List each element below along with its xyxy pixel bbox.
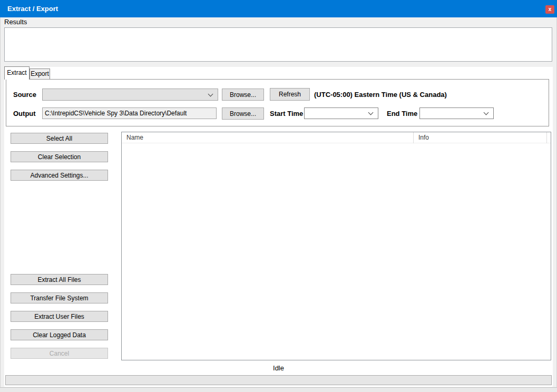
start-time-label: Start Time	[270, 110, 303, 117]
extract-export-dialog: Extract / Export x Results Extract Expor…	[0, 0, 557, 392]
column-header-name[interactable]: Name	[122, 132, 413, 143]
advanced-settings-button[interactable]: Advanced Settings...	[11, 170, 108, 181]
status-text: Idle	[4, 364, 553, 372]
progress-bar	[5, 375, 552, 385]
output-label: Output	[13, 110, 36, 117]
results-output[interactable]	[4, 27, 552, 62]
source-select[interactable]	[42, 89, 218, 101]
end-time-select[interactable]	[419, 107, 494, 119]
transfer-file-system-button[interactable]: Transfer File System	[11, 292, 108, 303]
column-header-info[interactable]: Info	[413, 132, 547, 143]
select-all-button[interactable]: Select All	[11, 133, 108, 144]
source-label: Source	[13, 91, 36, 99]
timezone-label: (UTC-05:00) Eastern Time (US & Canada)	[314, 91, 447, 99]
results-label: Results	[4, 18, 27, 26]
extract-user-files-button[interactable]: Extract User Files	[11, 311, 108, 322]
file-list[interactable]: Name Info	[121, 132, 551, 360]
window-title: Extract / Export	[7, 0, 58, 17]
file-list-header: Name Info	[122, 132, 551, 143]
close-button[interactable]: x	[545, 5, 554, 14]
cancel-button: Cancel	[11, 348, 108, 359]
titlebar: Extract / Export x	[0, 0, 557, 17]
output-path-field[interactable]	[42, 107, 217, 119]
chevron-down-icon	[208, 91, 213, 96]
clear-selection-button[interactable]: Clear Selection	[11, 151, 108, 162]
chevron-down-icon	[484, 110, 489, 115]
extract-all-files-button[interactable]: Extract All Files	[11, 274, 108, 285]
start-time-select[interactable]	[304, 107, 378, 119]
settings-frame	[6, 79, 549, 126]
clear-logged-data-button[interactable]: Clear Logged Data	[11, 329, 108, 340]
chevron-down-icon	[368, 110, 374, 115]
tab-export[interactable]: Export	[30, 68, 50, 79]
browse-source-button[interactable]: Browse...	[222, 89, 264, 101]
end-time-label: End Time	[387, 110, 417, 117]
close-icon: x	[549, 6, 552, 12]
browse-output-button[interactable]: Browse...	[222, 107, 264, 120]
refresh-button[interactable]: Refresh	[270, 88, 310, 101]
tab-extract[interactable]: Extract	[4, 66, 30, 80]
window-bottom-frame	[0, 387, 557, 392]
